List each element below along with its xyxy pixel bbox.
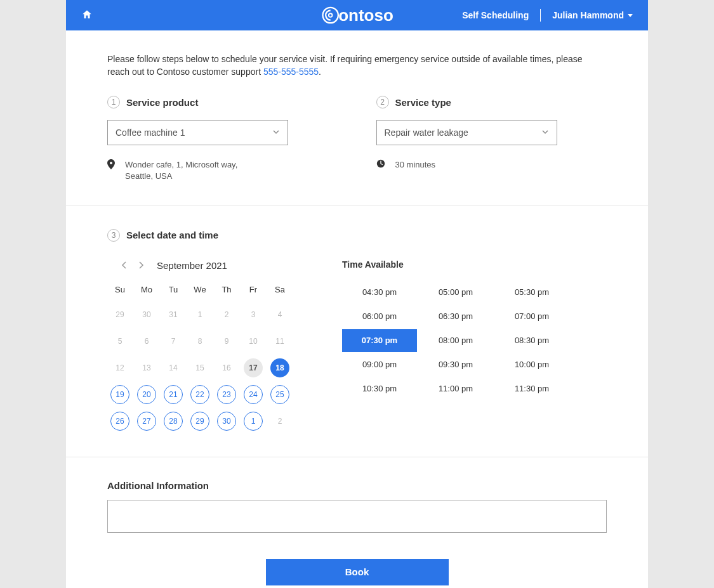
- calendar-day[interactable]: 1: [244, 412, 263, 431]
- calendar-day: 5: [110, 332, 129, 351]
- calendar-day[interactable]: 23: [217, 385, 236, 404]
- time-slot[interactable]: 08:30 pm: [494, 329, 569, 352]
- calendar-day[interactable]: 28: [164, 412, 183, 431]
- calendar-day: 11: [270, 332, 289, 351]
- additional-info-title: Additional Information: [107, 480, 607, 491]
- location-text: Wonder cafe, 1, Microsoft way, Seattle, …: [125, 159, 237, 182]
- user-name: Julian Hammond: [552, 10, 624, 20]
- time-slot[interactable]: 09:30 pm: [418, 353, 493, 376]
- calendar-day: 13: [137, 358, 156, 377]
- step-2-title: Service type: [395, 97, 451, 108]
- calendar-day: 10: [244, 332, 263, 351]
- calendar-day: 1: [190, 305, 209, 324]
- calendar-day[interactable]: 30: [217, 412, 236, 431]
- calendar-day: 2: [270, 412, 289, 431]
- time-slot[interactable]: 11:30 pm: [494, 377, 569, 400]
- calendar-day: 14: [164, 358, 183, 377]
- step-3-badge: 3: [107, 229, 120, 242]
- calendar-dow: We: [187, 281, 213, 301]
- additional-info-input[interactable]: [107, 500, 607, 533]
- calendar-dow: Th: [214, 281, 239, 301]
- calendar-day[interactable]: 26: [110, 412, 129, 431]
- instructions-text: Please follow steps below to schedule yo…: [107, 53, 607, 78]
- time-slot[interactable]: 07:00 pm: [494, 305, 569, 328]
- user-menu[interactable]: Julian Hammond: [541, 8, 633, 23]
- calendar-day: 30: [137, 305, 156, 324]
- time-slot[interactable]: 09:00 pm: [342, 353, 417, 376]
- calendar-day: 9: [217, 332, 236, 351]
- calendar: September 2021 SuMoTuWeThFrSa29303112345…: [107, 259, 298, 434]
- step-2-badge: 2: [376, 96, 389, 108]
- service-product-select[interactable]: Coffee machine 1: [107, 120, 288, 145]
- calendar-day: 29: [110, 305, 129, 324]
- calendar-day: 8: [190, 332, 209, 351]
- calendar-day[interactable]: 17: [244, 358, 263, 377]
- location-pin-icon: [107, 159, 115, 171]
- calendar-day: 3: [244, 305, 263, 324]
- calendar-day: 2: [217, 305, 236, 324]
- time-slot[interactable]: 05:30 pm: [494, 281, 569, 304]
- calendar-day: 6: [137, 332, 156, 351]
- chevron-down-icon: [541, 127, 549, 138]
- calendar-day: 16: [217, 358, 236, 377]
- svg-point-1: [328, 13, 332, 17]
- calendar-day: 15: [190, 358, 209, 377]
- calendar-day[interactable]: 25: [270, 385, 289, 404]
- time-slot[interactable]: 10:00 pm: [494, 353, 569, 376]
- calendar-dow: Su: [107, 281, 133, 301]
- nav-self-scheduling[interactable]: Self Scheduling: [451, 8, 540, 23]
- calendar-day[interactable]: 20: [137, 385, 156, 404]
- section-divider: [66, 457, 648, 457]
- chevron-down-icon: [272, 127, 280, 138]
- book-button[interactable]: Book: [266, 559, 449, 585]
- brand-logo: ontoso: [321, 6, 393, 25]
- home-icon[interactable]: [81, 9, 93, 22]
- calendar-day[interactable]: 21: [164, 385, 183, 404]
- calendar-dow: Sa: [267, 281, 293, 301]
- calendar-day[interactable]: 22: [190, 385, 209, 404]
- cal-prev-icon[interactable]: [119, 259, 130, 272]
- step-3-title: Select date and time: [126, 230, 218, 240]
- support-phone-link[interactable]: 555-555-5555: [263, 67, 319, 77]
- calendar-dow: Fr: [241, 281, 266, 301]
- app-header: ontoso Self Scheduling Julian Hammond: [66, 0, 648, 30]
- calendar-day[interactable]: 24: [244, 385, 263, 404]
- calendar-day: 4: [270, 305, 289, 324]
- cal-next-icon[interactable]: [135, 259, 147, 272]
- time-slot[interactable]: 04:30 pm: [342, 281, 417, 304]
- time-slot[interactable]: 05:00 pm: [418, 281, 493, 304]
- section-divider: [66, 206, 648, 206]
- clock-icon: [376, 159, 385, 170]
- time-slot[interactable]: 06:00 pm: [342, 305, 417, 328]
- service-type-value: Repair water leakage: [385, 127, 468, 138]
- calendar-dow: Tu: [161, 281, 186, 301]
- time-slot[interactable]: 06:30 pm: [418, 305, 493, 328]
- brand-text: ontoso: [338, 6, 393, 25]
- calendar-dow: Mo: [134, 281, 159, 301]
- time-slot[interactable]: 11:00 pm: [418, 377, 493, 400]
- chevron-down-icon: [628, 14, 633, 17]
- calendar-month: September 2021: [157, 260, 227, 271]
- calendar-day[interactable]: 29: [190, 412, 209, 431]
- logo-icon: [321, 6, 340, 25]
- time-slot[interactable]: 07:30 pm: [342, 329, 417, 352]
- calendar-day[interactable]: 19: [110, 385, 129, 404]
- service-product-value: Coffee machine 1: [116, 127, 185, 138]
- calendar-day[interactable]: 18: [270, 358, 289, 377]
- step-1-title: Service product: [126, 97, 198, 108]
- time-slot[interactable]: 10:30 pm: [342, 377, 417, 400]
- calendar-day[interactable]: 27: [137, 412, 156, 431]
- service-type-select[interactable]: Repair water leakage: [376, 120, 557, 145]
- step-1-badge: 1: [107, 96, 120, 108]
- time-slot[interactable]: 08:00 pm: [418, 329, 493, 352]
- calendar-day: 12: [110, 358, 129, 377]
- duration-text: 30 minutes: [395, 159, 436, 171]
- calendar-day: 31: [164, 305, 183, 324]
- times-title: Time Available: [342, 259, 607, 270]
- calendar-day: 7: [164, 332, 183, 351]
